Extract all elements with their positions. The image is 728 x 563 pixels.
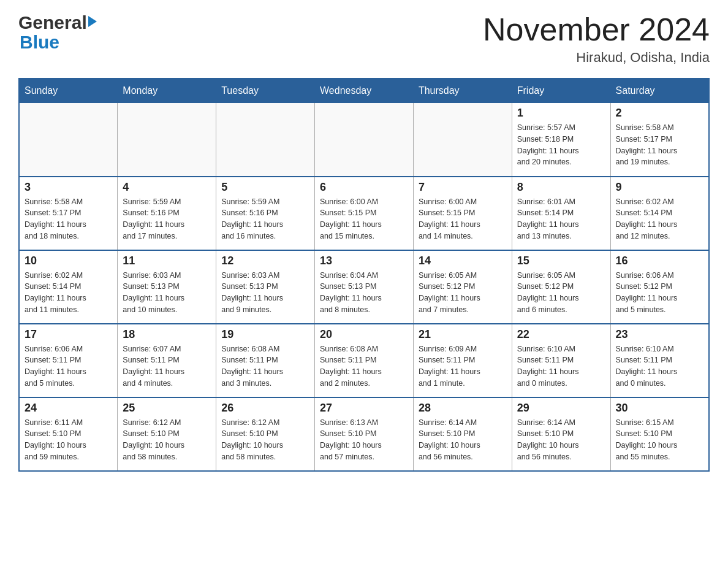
day-info: Sunrise: 6:01 AMSunset: 5:14 PMDaylight:… bbox=[517, 196, 605, 242]
calendar-cell: 24Sunrise: 6:11 AMSunset: 5:10 PMDayligh… bbox=[19, 397, 118, 471]
location-subtitle: Hirakud, Odisha, India bbox=[483, 50, 710, 66]
day-info: Sunrise: 6:14 AMSunset: 5:10 PMDaylight:… bbox=[517, 417, 605, 463]
day-info: Sunrise: 6:03 AMSunset: 5:13 PMDaylight:… bbox=[123, 270, 211, 316]
day-info: Sunrise: 5:57 AMSunset: 5:18 PMDaylight:… bbox=[517, 122, 605, 168]
day-number: 12 bbox=[221, 255, 309, 267]
calendar-cell bbox=[19, 103, 118, 177]
logo: General Blue bbox=[18, 12, 97, 53]
day-number: 8 bbox=[517, 181, 605, 194]
calendar-cell: 21Sunrise: 6:09 AMSunset: 5:11 PMDayligh… bbox=[413, 324, 512, 397]
day-number: 9 bbox=[616, 181, 703, 194]
day-number: 13 bbox=[320, 255, 408, 267]
calendar-cell: 28Sunrise: 6:14 AMSunset: 5:10 PMDayligh… bbox=[413, 397, 512, 471]
calendar-cell: 4Sunrise: 5:59 AMSunset: 5:16 PMDaylight… bbox=[118, 177, 216, 250]
calendar-cell: 22Sunrise: 6:10 AMSunset: 5:11 PMDayligh… bbox=[512, 324, 610, 397]
day-info: Sunrise: 6:06 AMSunset: 5:11 PMDaylight:… bbox=[25, 343, 112, 389]
day-number: 25 bbox=[123, 402, 211, 415]
day-number: 21 bbox=[419, 328, 507, 341]
title-section: November 2024 Hirakud, Odisha, India bbox=[483, 12, 710, 66]
day-info: Sunrise: 6:12 AMSunset: 5:10 PMDaylight:… bbox=[221, 417, 309, 463]
day-info: Sunrise: 6:03 AMSunset: 5:13 PMDaylight:… bbox=[221, 270, 309, 316]
calendar-cell: 18Sunrise: 6:07 AMSunset: 5:11 PMDayligh… bbox=[118, 324, 216, 397]
day-info: Sunrise: 5:59 AMSunset: 5:16 PMDaylight:… bbox=[123, 196, 211, 242]
calendar-cell: 25Sunrise: 6:12 AMSunset: 5:10 PMDayligh… bbox=[118, 397, 216, 471]
day-info: Sunrise: 6:08 AMSunset: 5:11 PMDaylight:… bbox=[221, 343, 309, 389]
day-info: Sunrise: 6:05 AMSunset: 5:12 PMDaylight:… bbox=[419, 270, 507, 316]
calendar-cell: 6Sunrise: 6:00 AMSunset: 5:15 PMDaylight… bbox=[315, 177, 414, 250]
day-number: 2 bbox=[616, 107, 703, 120]
day-info: Sunrise: 5:59 AMSunset: 5:16 PMDaylight:… bbox=[221, 196, 309, 242]
calendar-cell: 3Sunrise: 5:58 AMSunset: 5:17 PMDaylight… bbox=[19, 177, 118, 250]
week-row-1: 1Sunrise: 5:57 AMSunset: 5:18 PMDaylight… bbox=[19, 103, 709, 177]
day-info: Sunrise: 6:02 AMSunset: 5:14 PMDaylight:… bbox=[25, 270, 112, 316]
calendar-cell: 27Sunrise: 6:13 AMSunset: 5:10 PMDayligh… bbox=[315, 397, 414, 471]
day-info: Sunrise: 5:58 AMSunset: 5:17 PMDaylight:… bbox=[25, 196, 112, 242]
day-number: 20 bbox=[320, 328, 408, 341]
day-number: 23 bbox=[616, 328, 703, 341]
calendar-cell: 23Sunrise: 6:10 AMSunset: 5:11 PMDayligh… bbox=[610, 324, 709, 397]
day-number: 30 bbox=[616, 402, 703, 415]
day-info: Sunrise: 6:14 AMSunset: 5:10 PMDaylight:… bbox=[419, 417, 507, 463]
day-number: 15 bbox=[517, 255, 605, 267]
day-number: 28 bbox=[419, 402, 507, 415]
week-row-2: 3Sunrise: 5:58 AMSunset: 5:17 PMDaylight… bbox=[19, 177, 709, 250]
calendar-cell: 2Sunrise: 5:58 AMSunset: 5:17 PMDaylight… bbox=[610, 103, 709, 177]
day-info: Sunrise: 6:13 AMSunset: 5:10 PMDaylight:… bbox=[320, 417, 408, 463]
day-info: Sunrise: 6:10 AMSunset: 5:11 PMDaylight:… bbox=[517, 343, 605, 389]
calendar-cell bbox=[118, 103, 216, 177]
day-info: Sunrise: 6:10 AMSunset: 5:11 PMDaylight:… bbox=[616, 343, 703, 389]
week-row-4: 17Sunrise: 6:06 AMSunset: 5:11 PMDayligh… bbox=[19, 324, 709, 397]
weekday-header-thursday: Thursday bbox=[413, 79, 512, 103]
logo-general-text: General bbox=[18, 12, 87, 33]
weekday-header-saturday: Saturday bbox=[610, 79, 709, 103]
day-number: 1 bbox=[517, 107, 605, 120]
day-number: 3 bbox=[25, 181, 112, 194]
week-row-3: 10Sunrise: 6:02 AMSunset: 5:14 PMDayligh… bbox=[19, 250, 709, 324]
calendar-cell: 11Sunrise: 6:03 AMSunset: 5:13 PMDayligh… bbox=[118, 250, 216, 324]
day-number: 19 bbox=[221, 328, 309, 341]
logo-blue-text: Blue bbox=[18, 32, 59, 53]
calendar-cell: 12Sunrise: 6:03 AMSunset: 5:13 PMDayligh… bbox=[216, 250, 315, 324]
calendar-cell: 10Sunrise: 6:02 AMSunset: 5:14 PMDayligh… bbox=[19, 250, 118, 324]
day-info: Sunrise: 6:09 AMSunset: 5:11 PMDaylight:… bbox=[419, 343, 507, 389]
weekday-header-monday: Monday bbox=[118, 79, 216, 103]
day-number: 14 bbox=[419, 255, 507, 267]
day-info: Sunrise: 6:02 AMSunset: 5:14 PMDaylight:… bbox=[616, 196, 703, 242]
calendar-table: SundayMondayTuesdayWednesdayThursdayFrid… bbox=[18, 78, 710, 472]
calendar-cell: 7Sunrise: 6:00 AMSunset: 5:15 PMDaylight… bbox=[413, 177, 512, 250]
calendar-cell: 5Sunrise: 5:59 AMSunset: 5:16 PMDaylight… bbox=[216, 177, 315, 250]
day-info: Sunrise: 6:00 AMSunset: 5:15 PMDaylight:… bbox=[320, 196, 408, 242]
calendar-cell bbox=[413, 103, 512, 177]
day-number: 18 bbox=[123, 328, 211, 341]
calendar-cell bbox=[216, 103, 315, 177]
day-number: 4 bbox=[123, 181, 211, 194]
calendar-cell: 1Sunrise: 5:57 AMSunset: 5:18 PMDaylight… bbox=[512, 103, 610, 177]
day-number: 27 bbox=[320, 402, 408, 415]
day-info: Sunrise: 6:12 AMSunset: 5:10 PMDaylight:… bbox=[123, 417, 211, 463]
calendar-cell: 8Sunrise: 6:01 AMSunset: 5:14 PMDaylight… bbox=[512, 177, 610, 250]
day-info: Sunrise: 6:00 AMSunset: 5:15 PMDaylight:… bbox=[419, 196, 507, 242]
day-number: 17 bbox=[25, 328, 112, 341]
day-info: Sunrise: 6:06 AMSunset: 5:12 PMDaylight:… bbox=[616, 270, 703, 316]
day-number: 11 bbox=[123, 255, 211, 267]
day-info: Sunrise: 6:07 AMSunset: 5:11 PMDaylight:… bbox=[123, 343, 211, 389]
weekday-header-friday: Friday bbox=[512, 79, 610, 103]
day-info: Sunrise: 6:05 AMSunset: 5:12 PMDaylight:… bbox=[517, 270, 605, 316]
day-number: 29 bbox=[517, 402, 605, 415]
calendar-cell: 13Sunrise: 6:04 AMSunset: 5:13 PMDayligh… bbox=[315, 250, 414, 324]
day-number: 26 bbox=[221, 402, 309, 415]
day-info: Sunrise: 6:04 AMSunset: 5:13 PMDaylight:… bbox=[320, 270, 408, 316]
day-info: Sunrise: 6:08 AMSunset: 5:11 PMDaylight:… bbox=[320, 343, 408, 389]
calendar-cell: 20Sunrise: 6:08 AMSunset: 5:11 PMDayligh… bbox=[315, 324, 414, 397]
calendar-cell: 17Sunrise: 6:06 AMSunset: 5:11 PMDayligh… bbox=[19, 324, 118, 397]
calendar-cell: 16Sunrise: 6:06 AMSunset: 5:12 PMDayligh… bbox=[610, 250, 709, 324]
weekday-header-wednesday: Wednesday bbox=[315, 79, 414, 103]
day-number: 10 bbox=[25, 255, 112, 267]
day-info: Sunrise: 5:58 AMSunset: 5:17 PMDaylight:… bbox=[616, 122, 703, 168]
logo-arrow-icon bbox=[88, 16, 97, 27]
calendar-cell: 14Sunrise: 6:05 AMSunset: 5:12 PMDayligh… bbox=[413, 250, 512, 324]
day-info: Sunrise: 6:15 AMSunset: 5:10 PMDaylight:… bbox=[616, 417, 703, 463]
calendar-cell: 15Sunrise: 6:05 AMSunset: 5:12 PMDayligh… bbox=[512, 250, 610, 324]
weekday-header-tuesday: Tuesday bbox=[216, 79, 315, 103]
day-number: 5 bbox=[221, 181, 309, 194]
